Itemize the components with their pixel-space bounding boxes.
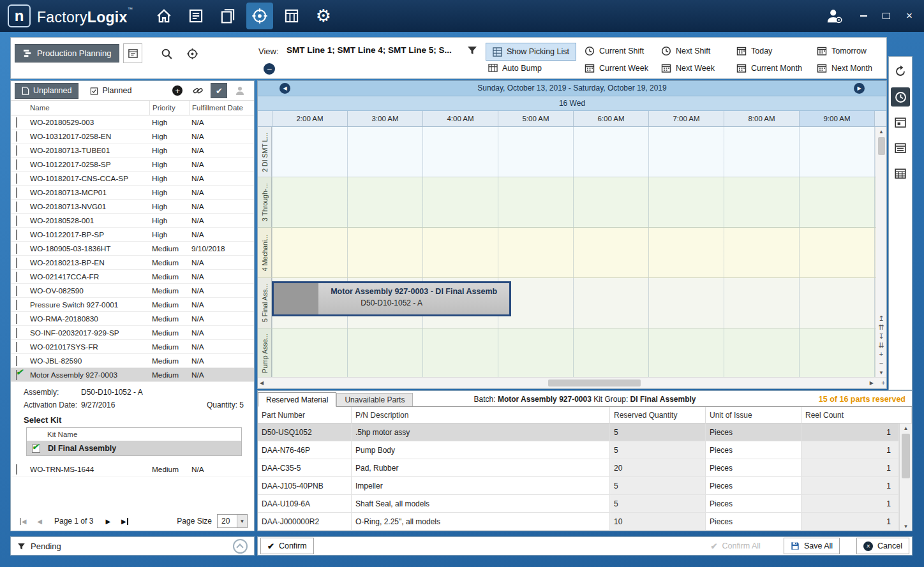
work-order-row[interactable]: WO-20180713-MCP01 High N/A [11,186,254,200]
row-checkbox[interactable] [16,286,17,296]
gantt-lane-label[interactable]: 2 DI SMT L... [258,127,272,177]
row-checkbox[interactable] [16,202,17,212]
work-order-row[interactable]: WO-RMA-20180830 Medium N/A [11,312,254,326]
work-order-row[interactable]: WO-10182017-CNS-CCA-SP High N/A [11,172,254,186]
column-name[interactable]: Name [27,101,149,115]
row-checkbox[interactable] [16,159,17,170]
scroll-up-icon[interactable]: ▲ [904,423,909,432]
time-column-header[interactable]: 5:00 AM [498,111,573,127]
time-column-header[interactable]: 8:00 AM [724,111,799,127]
scroll-left-icon[interactable]: ◀ [260,379,264,388]
row-checkbox[interactable] [16,188,17,198]
material-row[interactable]: DAA-U109-6A Shaft Seal, all models 5 Pie… [258,495,899,513]
work-order-row-selected[interactable]: Motor Assembly 927-0003 Medium N/A [11,368,254,382]
row-checkbox[interactable] [16,216,17,226]
auto-bump-button[interactable]: Auto Bump [488,63,542,73]
scroll-right-icon[interactable]: ▶ [870,379,874,388]
zoom-in-icon[interactable]: + [881,379,885,387]
work-order-row[interactable]: WO-20180529-003 High N/A [11,115,254,129]
range-button[interactable]: Tomorrow [816,43,872,59]
time-column-header[interactable]: 9:00 AM [799,111,874,127]
column-part-number[interactable]: Part Number [258,407,352,423]
production-planning-icon[interactable] [246,3,273,29]
gantt-lane-body[interactable] [272,328,876,378]
work-order-row[interactable]: WO-10122017-0258-SP High N/A [11,158,254,172]
gantt-lane-body[interactable] [272,177,876,227]
month-view-icon[interactable] [891,164,910,183]
production-planning-button[interactable]: Production Planning [15,44,119,63]
scroll-down-icon[interactable]: ▼ [879,368,884,377]
column-unit-of-issue[interactable]: Unit of Issue [706,407,801,423]
row-checkbox[interactable] [16,314,17,324]
maximize-button[interactable] [879,9,893,23]
home-icon[interactable] [151,3,177,29]
material-row[interactable]: DAA-N76-46P Pump Body 5 Pieces 1 [258,441,899,459]
close-button[interactable]: × [902,9,916,23]
link-icon[interactable] [190,84,205,98]
zoom-in-icon[interactable]: + [879,351,883,358]
show-picking-list-button[interactable]: Show Picking List [486,43,576,61]
assign-user-icon[interactable] [232,84,248,98]
material-scrollbar[interactable]: ▲ ▼ [899,423,912,531]
row-checkbox[interactable] [16,328,17,338]
view-value[interactable]: SMT Line 1; SMT Line 4; SMT Line 5; S... [287,45,452,55]
target-icon[interactable] [184,46,200,61]
work-order-row[interactable]: WO-20180528-001 High N/A [11,214,254,228]
range-button[interactable]: Next Week [660,60,731,76]
time-column-header[interactable]: 7:00 AM [648,111,724,127]
range-button[interactable]: Current Shift [584,43,655,59]
tab-planned[interactable]: Planned [84,84,138,98]
scroll-thumb[interactable] [548,379,641,387]
work-order-row[interactable]: WO-20180213-BP-EN Medium N/A [11,256,254,270]
range-button[interactable]: Next Month [816,60,872,76]
refresh-icon[interactable] [891,62,910,81]
documents-icon[interactable] [214,3,241,29]
row-checkbox[interactable] [16,230,17,240]
tab-unavailable-parts[interactable]: Unavailable Parts [336,393,413,406]
row-checkbox[interactable] [16,131,17,142]
previous-week-icon[interactable]: ◀ [279,83,290,94]
row-checkbox[interactable] [16,244,17,254]
work-order-row[interactable]: WO-TRN-MS-1644 Medium N/A [11,462,254,476]
kit-row[interactable]: DI Final Assembly [27,441,241,455]
user-settings-icon[interactable] [821,3,847,29]
next-week-icon[interactable]: ▶ [854,83,865,94]
column-reserved-quantity[interactable]: Reserved Quantity [610,407,706,423]
tab-reserved-material[interactable]: Reserved Material [258,392,336,407]
filter-icon[interactable] [466,45,478,59]
row-checkbox[interactable] [16,145,17,156]
time-column-header[interactable]: 2:00 AM [272,111,347,127]
last-page-icon[interactable]: ▶ [119,516,130,526]
collapse-icon[interactable]: − [264,63,275,75]
confirm-all-button[interactable]: ✔ Confirm All [704,538,767,554]
scroll-down-icon[interactable]: ▼ [904,522,909,531]
gantt-bar[interactable]: Motor Assembly 927-0003 - DI Final Assem… [272,281,511,316]
week-view-icon[interactable] [891,138,910,158]
work-order-row[interactable]: WO-20180713-TUBE01 High N/A [11,144,254,158]
range-button[interactable]: Current Week [584,60,655,76]
select-mode-icon[interactable]: ✔ [211,83,227,98]
gantt-lane-label[interactable]: 5 Final Ass... [258,278,272,328]
row-checkbox[interactable] [16,272,17,282]
range-button[interactable]: Next Shift [660,43,731,59]
row-checkbox[interactable] [16,173,17,184]
reports-icon[interactable] [278,3,305,29]
row-checkbox[interactable] [16,356,17,366]
first-page-icon[interactable]: ◀ [17,516,29,526]
column-fulfillment-date[interactable]: Fulfillment Date [189,101,254,115]
planning-board-icon[interactable] [183,3,209,29]
scroll-to-top-icon[interactable]: ↥ [878,315,884,322]
cancel-button[interactable]: × Cancel [856,538,909,554]
save-all-button[interactable]: Save All [784,538,840,554]
row-checkbox[interactable] [16,258,17,268]
work-order-row[interactable]: Pressure Switch 927-0001 Medium N/A [11,298,254,312]
search-icon[interactable] [159,46,174,61]
work-order-row[interactable]: WO-JBL-82590 Medium N/A [11,354,254,368]
scroll-thumb[interactable] [878,137,885,155]
add-icon[interactable]: + [170,84,185,98]
work-order-row[interactable]: WO-021017SYS-FR Medium N/A [11,340,254,354]
previous-page-icon[interactable]: ◀ [34,516,45,526]
time-column-header[interactable]: 4:00 AM [422,111,498,127]
time-column-header[interactable]: 6:00 AM [573,111,648,127]
next-page-icon[interactable]: ▶ [102,516,114,526]
